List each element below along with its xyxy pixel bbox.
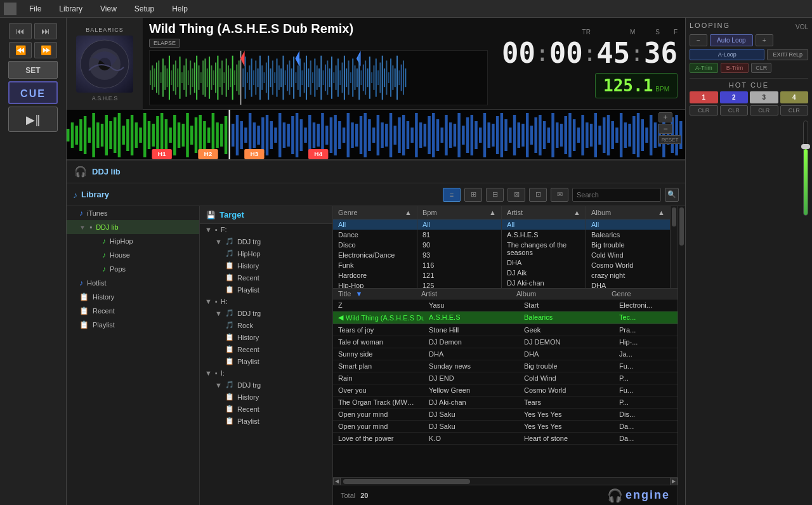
bpm-header[interactable]: Bpm ▲ (417, 206, 501, 220)
genre-hardcore[interactable]: Hardcore (333, 270, 417, 280)
hc-button-1[interactable]: 1 (690, 91, 718, 103)
clr-button-2[interactable]: CLR (720, 105, 749, 115)
history-i-item[interactable]: 📋 History (220, 391, 332, 403)
hc-button-2[interactable]: 2 (720, 91, 749, 103)
artist-dha[interactable]: DHA (502, 258, 586, 268)
hc-button-4[interactable]: 4 (780, 91, 809, 103)
playlist-h-item[interactable]: 📋 Playlist (220, 355, 332, 367)
clr-trim-button[interactable]: CLR (751, 63, 771, 73)
table-row-9[interactable]: Open your mind DJ Saku Yes Yes Yes Dis..… (333, 409, 678, 421)
sidebar-item-pops[interactable]: ♪ Pops (89, 262, 199, 276)
th-title[interactable]: Title ▼ (333, 289, 416, 299)
sidebar-item-house[interactable]: ♪ House (89, 248, 199, 262)
filter-scrollbar[interactable] (670, 206, 678, 288)
drive-h-item[interactable]: ▼ ▪ H: (200, 296, 332, 307)
loop-plus-button[interactable]: + (756, 34, 773, 46)
bpm-125[interactable]: 125 (417, 280, 501, 288)
view-list-button[interactable]: ≡ (443, 188, 461, 202)
bpm-90[interactable]: 90 (417, 240, 501, 250)
recent-i-item[interactable]: 📋 Recent (220, 403, 332, 415)
view-detail-button[interactable]: ⊡ (529, 188, 547, 202)
table-row-7[interactable]: Over you Yellow Green Cosmo World Fu... (333, 384, 678, 397)
vol-handle[interactable] (801, 144, 810, 149)
bpm-116[interactable]: 116 (417, 260, 501, 270)
artist-changes[interactable]: The changes of the seasons (502, 240, 586, 258)
vol-slider[interactable] (803, 121, 808, 216)
ddj-trg-h-item[interactable]: ▼ 🎵 DDJ trg (210, 307, 332, 319)
a-loop-button[interactable]: A-Loop (690, 49, 764, 60)
album-coldwind[interactable]: Cold Wind (586, 250, 670, 260)
menu-help[interactable]: Help (163, 0, 197, 18)
genre-disco[interactable]: Disco (333, 240, 417, 250)
table-row-1[interactable]: ◀ Wild Thing (A.S.H.E.S Dub Remix) A.S.H… (333, 312, 678, 324)
fast-forward-button[interactable]: ⏩ (34, 42, 57, 58)
sidebar-item-history[interactable]: 📋 History (67, 290, 199, 304)
table-row-3[interactable]: Tale of woman DJ Demon DJ DEMON Hip-... (333, 336, 678, 348)
sidebar-item-recent[interactable]: 📋 Recent (67, 304, 199, 318)
drive-i-item[interactable]: ▼ ▪ I: (200, 367, 332, 379)
sidebar-item-ddjlib[interactable]: ▼ ▪ DDJ lib (67, 220, 199, 234)
clr-button-1[interactable]: CLR (690, 105, 718, 115)
album-balearics[interactable]: Balearics (586, 230, 670, 240)
table-row-11[interactable]: Love of the power K.O Heart of stone Da.… (333, 433, 678, 445)
search-input[interactable] (572, 188, 661, 202)
table-row-0[interactable]: Z Yasu Start Electroni... (333, 299, 678, 312)
sidebar-item-playlist[interactable]: 📋 Playlist (67, 318, 199, 332)
bpm-121[interactable]: 121 (417, 270, 501, 280)
scroll-right-button[interactable]: ▶ (670, 478, 678, 485)
bpm-all[interactable]: All (417, 220, 501, 230)
th-genre[interactable]: Genre (606, 289, 670, 299)
view-compact-button[interactable]: ⊟ (486, 188, 504, 202)
genre-dance[interactable]: Dance (333, 230, 417, 240)
album-cosmoworld[interactable]: Cosmo World (586, 260, 670, 270)
clr-button-3[interactable]: CLR (750, 105, 778, 115)
menu-library[interactable]: Library (50, 0, 91, 18)
artist-djakichan[interactable]: DJ Aki-chan (502, 278, 586, 288)
rewind-button[interactable]: ⏪ (9, 42, 32, 58)
track-scrollbar[interactable] (678, 206, 685, 505)
menu-view[interactable]: View (91, 0, 126, 18)
drive-f-item[interactable]: ▼ ▪ F: (200, 224, 332, 235)
album-bigtrouble[interactable]: Big trouble (586, 240, 670, 250)
playlist-i-item[interactable]: 📋 Playlist (220, 415, 332, 427)
th-album[interactable]: Album (511, 289, 606, 299)
album-header[interactable]: Album ▲ (586, 206, 670, 220)
th-artist[interactable]: Artist (416, 289, 511, 299)
search-button[interactable]: 🔍 (665, 188, 679, 202)
genre-funk[interactable]: Funk (333, 260, 417, 270)
table-row-5[interactable]: Smart plan Sunday news Big trouble Fu... (333, 360, 678, 372)
auto-loop-button[interactable]: Auto Loop (710, 34, 753, 46)
table-row-8[interactable]: The Organ Track (MWMix) DJ Aki-chan Tear… (333, 397, 678, 409)
bpm-81[interactable]: 81 (417, 230, 501, 240)
hiphop-f-item[interactable]: 🎵 HipHop (220, 247, 332, 259)
horizontal-scrollbar[interactable]: ◀ ▶ (333, 477, 678, 485)
clr-button-4[interactable]: CLR (780, 105, 809, 115)
reset-button[interactable]: RESET (658, 135, 681, 144)
menu-setup[interactable]: Setup (126, 0, 163, 18)
cue-button[interactable]: CUE (8, 81, 58, 104)
table-row-4[interactable]: Sunny side DHA DHA Ja... (333, 348, 678, 360)
a-trim-button[interactable]: A-Trim (690, 63, 718, 73)
artist-header[interactable]: Artist ▲ (502, 206, 586, 220)
sidebar-item-itunes[interactable]: ♪ iTunes (67, 206, 199, 220)
ddj-trg-i-item[interactable]: ▼ 🎵 DDJ trg (210, 379, 332, 391)
next-track-button[interactable]: ⏭ (34, 23, 57, 39)
menu-file[interactable]: File (20, 0, 50, 18)
prev-track-button[interactable]: ⏮ (9, 23, 32, 39)
genre-all[interactable]: All (333, 220, 417, 230)
exit-relp-button[interactable]: EXIT/ ReLp (767, 49, 808, 60)
history-h-item[interactable]: 📋 History (220, 331, 332, 343)
genre-header[interactable]: Genre ▲ (333, 206, 417, 220)
scroll-left-button[interactable]: ◀ (333, 478, 341, 485)
ddj-trg-f-item[interactable]: ▼ 🎵 DDJ trg (210, 235, 332, 247)
view-grid-button[interactable]: ⊞ (464, 188, 482, 202)
album-all[interactable]: All (586, 220, 670, 230)
artist-all[interactable]: All (502, 220, 586, 230)
scroll-thumb[interactable] (343, 479, 470, 484)
set-button[interactable]: SET (8, 61, 58, 79)
email-button[interactable]: ✉ (551, 188, 568, 202)
zoom-out-button[interactable]: − (658, 124, 672, 134)
album-crazynight[interactable]: crazy night (586, 270, 670, 280)
play-pause-button[interactable]: ▶‖ (8, 107, 58, 132)
sidebar-item-hiphop[interactable]: ♪ HipHop (89, 234, 199, 248)
